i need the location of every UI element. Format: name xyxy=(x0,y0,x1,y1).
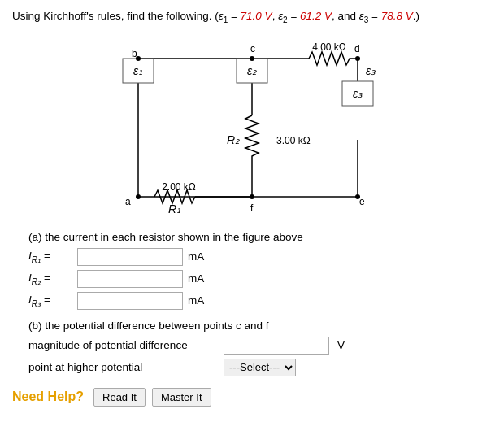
master-it-button[interactable]: Master It xyxy=(152,388,211,407)
svg-text:e: e xyxy=(359,196,365,207)
ir1-input[interactable] xyxy=(77,248,183,266)
need-help-section: Need Help? Read It Master It xyxy=(12,388,492,407)
svg-point-34 xyxy=(250,56,254,61)
part-a-label: (a) the current in each resistor shown i… xyxy=(28,231,476,243)
part-a-section: (a) the current in each resistor shown i… xyxy=(28,231,476,310)
svg-point-35 xyxy=(355,56,360,61)
svg-text:f: f xyxy=(250,202,254,214)
ir3-input[interactable] xyxy=(77,292,183,310)
magnitude-input[interactable] xyxy=(224,337,329,355)
ir3-label: IR₃ = xyxy=(28,294,77,308)
svg-text:ε₁: ε₁ xyxy=(133,64,143,77)
svg-point-32 xyxy=(355,194,360,199)
svg-text:R₂: R₂ xyxy=(227,133,240,146)
svg-text:d: d xyxy=(354,43,360,54)
svg-text:c: c xyxy=(250,43,255,54)
questions-section: (a) the current in each resistor shown i… xyxy=(12,231,492,376)
svg-text:ε₂: ε₂ xyxy=(247,64,257,77)
higher-potential-label: point at higher potential xyxy=(28,361,224,373)
svg-text:4.00 kΩ: 4.00 kΩ xyxy=(312,41,346,53)
ir1-label: IR₁ = xyxy=(28,250,77,264)
higher-potential-select[interactable]: ---Select--- c f xyxy=(224,359,296,376)
read-it-button[interactable]: Read It xyxy=(93,388,146,407)
svg-text:3.00 kΩ: 3.00 kΩ xyxy=(276,135,311,146)
ir3-unit: mA xyxy=(188,294,204,307)
ir1-unit: mA xyxy=(188,250,204,263)
higher-potential-row: point at higher potential ---Select--- c… xyxy=(28,359,476,376)
circuit-diagram: ε₁ ε₂ 4.00 kΩ ε₃ ε₃ 3.00 kΩ R₂ 2.00 kΩ R… xyxy=(98,34,406,221)
circuit-svg: ε₁ ε₂ 4.00 kΩ ε₃ ε₃ 3.00 kΩ R₂ 2.00 kΩ R… xyxy=(98,34,406,221)
svg-text:a: a xyxy=(125,196,131,207)
magnitude-unit: V xyxy=(337,339,345,351)
ir2-input[interactable] xyxy=(77,270,183,288)
svg-point-30 xyxy=(136,194,141,199)
svg-text:ε₃: ε₃ xyxy=(353,87,363,100)
magnitude-label: magnitude of potential difference xyxy=(28,339,224,351)
magnitude-row: magnitude of potential difference V xyxy=(28,337,476,355)
need-help-label: Need Help? xyxy=(12,389,84,404)
part-b-section: (b) the potential difference between poi… xyxy=(28,320,476,376)
svg-point-31 xyxy=(250,194,254,199)
svg-text:ε₃: ε₃ xyxy=(366,64,376,77)
ir2-unit: mA xyxy=(188,272,204,285)
ir2-row: IR₂ = mA xyxy=(28,270,476,288)
problem-statement: Using Kirchhoff's rules, find the follow… xyxy=(12,8,492,26)
part-b-label: (b) the potential difference between poi… xyxy=(28,320,476,332)
svg-text:R₁: R₁ xyxy=(168,202,181,215)
ir2-label: IR₂ = xyxy=(28,272,77,286)
ir1-row: IR₁ = mA xyxy=(28,248,476,266)
ir3-row: IR₃ = mA xyxy=(28,292,476,310)
